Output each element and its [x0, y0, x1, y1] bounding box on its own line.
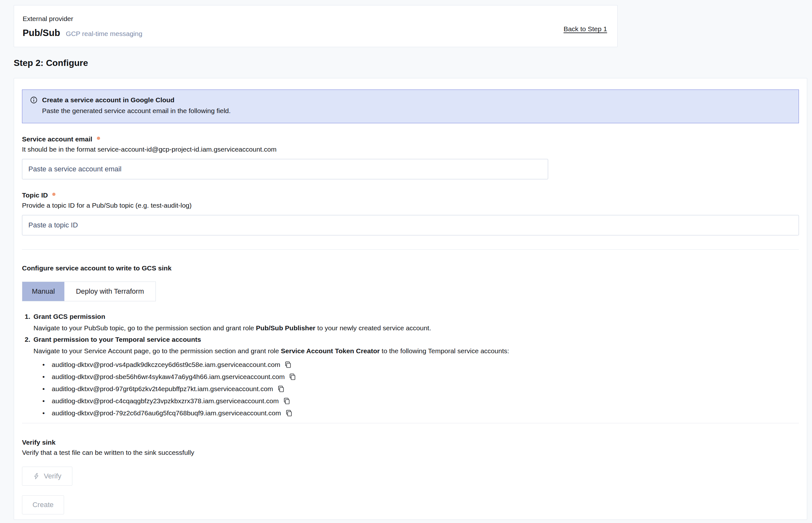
copy-icon[interactable] [284, 361, 292, 369]
topic-id-helper: Provide a topic ID for a Pub/Sub topic (… [22, 200, 799, 211]
copy-icon[interactable] [285, 409, 293, 417]
verify-button[interactable]: Verify [22, 467, 72, 486]
topic-id-input[interactable] [22, 215, 799, 235]
service-account-item: auditlog-dktxv@prod-c4cqaqgbfzy23vpzkbxz… [42, 395, 799, 407]
info-banner-description: Paste the generated service account emai… [42, 106, 791, 116]
provider-tagline: GCP real-time messaging [66, 30, 142, 38]
sink-config-title: Configure service account to write to GC… [22, 263, 799, 273]
service-account-item: auditlog-dktxv@prod-97gr6tp6zkv2t4epubff… [42, 383, 799, 395]
role-name: Service Account Token Creator [281, 347, 379, 355]
manual-steps: 1. Grant GCS permission Navigate to your… [22, 311, 799, 419]
step-body-text: Navigate to your PubSub topic, go to the… [33, 324, 256, 331]
back-to-step-1-link[interactable]: Back to Step 1 [563, 25, 607, 33]
required-dot [97, 137, 100, 140]
info-banner: Create a service account in Google Cloud… [22, 90, 799, 123]
step-number: 2. [22, 334, 30, 345]
info-banner-title: Create a service account in Google Cloud [42, 96, 174, 104]
configure-panel: Create a service account in Google Cloud… [14, 78, 807, 520]
service-account-email: auditlog-dktxv@prod-97gr6tp6zkv2t4epubff… [52, 383, 273, 395]
service-account-email: auditlog-dktxv@prod-vs4padk9dkczcey6d6st… [52, 359, 280, 371]
service-account-item: auditlog-dktxv@prod-vs4padk9dkczcey6d6st… [42, 359, 799, 371]
sink-config-tabs: Manual Deploy with Terraform [22, 282, 156, 301]
tab-deploy-with-terraform[interactable]: Deploy with Terraform [64, 282, 156, 301]
service-account-email: auditlog-dktxv@prod-c4cqaqgbfzy23vpzkbxz… [52, 395, 279, 407]
section-divider [22, 249, 799, 250]
topic-id-label: Topic ID [22, 190, 799, 200]
create-button[interactable]: Create [22, 495, 64, 515]
tab-manual[interactable]: Manual [22, 282, 64, 301]
step-body: Navigate to your Service Account page, g… [33, 345, 799, 357]
provider-eyebrow: External provider [23, 15, 608, 23]
info-icon [30, 96, 38, 104]
service-account-item: auditlog-dktxv@prod-sbe56h6wr4sykaw47a6y… [42, 371, 799, 383]
copy-icon[interactable] [283, 397, 291, 405]
step-body-text: to your newly created service account. [316, 324, 431, 331]
step-item-2: 2. Grant permission to your Temporal ser… [22, 334, 799, 345]
step-body: Navigate to your PubSub topic, go to the… [33, 322, 799, 334]
step-title: Grant GCS permission [33, 311, 105, 322]
create-button-label: Create [33, 501, 54, 509]
service-account-email: auditlog-dktxv@prod-sbe56h6wr4sykaw47a6y… [52, 371, 285, 383]
required-dot [52, 193, 55, 196]
service-account-email: auditlog-dktxv@prod-79z2c6d76au6g5fcq768… [52, 407, 281, 419]
service-account-item: auditlog-dktxv@prod-79z2c6d76au6g5fcq768… [42, 407, 799, 419]
provider-name: Pub/Sub [23, 28, 60, 38]
service-account-email-input[interactable] [22, 159, 548, 179]
verify-button-label: Verify [44, 472, 61, 480]
lightning-bolt-icon [33, 473, 40, 480]
role-name: Pub/Sub Publisher [256, 324, 316, 331]
step-heading: Step 2: Configure [14, 58, 88, 68]
service-account-email-label: Service account email [22, 134, 799, 144]
service-account-list: auditlog-dktxv@prod-vs4padk9dkczcey6d6st… [42, 359, 799, 419]
step-item-1: 1. Grant GCS permission [22, 311, 799, 322]
topic-id-label-text: Topic ID [22, 190, 48, 200]
service-account-email-helper: It should be in the format service-accou… [22, 144, 799, 155]
step-title: Grant permission to your Temporal servic… [33, 334, 201, 345]
copy-icon[interactable] [288, 373, 297, 381]
step-number: 1. [22, 311, 30, 322]
verify-sink-description: Verify that a test file can be written t… [22, 448, 799, 458]
step-body-text: to the following Temporal service accoun… [380, 347, 509, 355]
service-account-email-label-text: Service account email [22, 134, 92, 144]
provider-card: External provider Pub/Sub GCP real-time … [14, 5, 618, 47]
step-body-text: Navigate to your Service Account page, g… [33, 347, 281, 355]
copy-icon[interactable] [277, 385, 285, 393]
verify-sink-title: Verify sink [22, 437, 799, 448]
